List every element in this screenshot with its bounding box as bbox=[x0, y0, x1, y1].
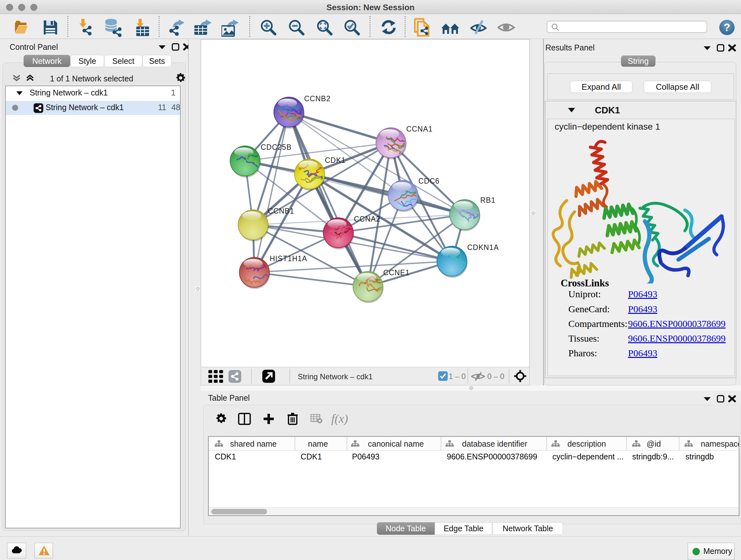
svg-text:CCNB2: CCNB2 bbox=[304, 95, 331, 103]
svg-text:CDC6: CDC6 bbox=[418, 177, 440, 185]
svg-text:CDC25B: CDC25B bbox=[261, 143, 292, 151]
svg-text:CCNA2: CCNA2 bbox=[354, 215, 381, 223]
svg-text:HIST1H1A: HIST1H1A bbox=[270, 254, 307, 263]
svg-text:CCNE1: CCNE1 bbox=[383, 268, 410, 277]
svg-text:CCNB1: CCNB1 bbox=[268, 207, 294, 215]
svg-text:CDKN1A: CDKN1A bbox=[467, 243, 499, 252]
svg-text:RB1: RB1 bbox=[480, 196, 495, 204]
svg-text:CDK1: CDK1 bbox=[325, 156, 346, 165]
svg-text:CCNA1: CCNA1 bbox=[406, 125, 433, 133]
